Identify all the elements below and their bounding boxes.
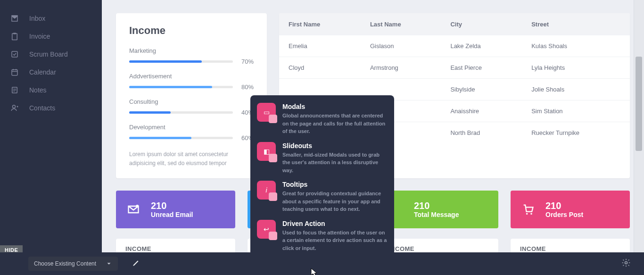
popup-item-desc: Smaller, mid-sized Modals used to grab t… <box>282 151 388 175</box>
tile-label: Total Message <box>414 211 459 218</box>
sidebar-item-contacts[interactable]: Contacts <box>0 99 102 117</box>
income-note: Lorem ipsum dolor sit amet consectetur a… <box>129 150 254 168</box>
sidebar-item-invoice[interactable]: Invoice <box>0 27 102 45</box>
edit-button[interactable] <box>132 258 140 269</box>
sidebar-item-scrum[interactable]: Scrum Board <box>0 45 102 63</box>
menu-item-tooltips[interactable]: i Tooltips Great for providing contextua… <box>257 181 388 213</box>
progress-item: Marketing 70% <box>129 47 254 65</box>
sidebar-item-label: Notes <box>29 86 47 94</box>
sidebar-item-calendar[interactable]: Calendar <box>0 63 102 81</box>
table-header[interactable]: First Name <box>279 13 361 35</box>
check-square-icon <box>10 50 19 58</box>
mail-icon <box>126 202 140 217</box>
progress-label: Consulting <box>129 98 254 105</box>
svg-point-10 <box>625 262 627 264</box>
tile-unread-email[interactable]: 210 Unread Email <box>116 191 235 228</box>
scrollbar-thumb[interactable] <box>636 57 642 151</box>
sidebar-item-inbox[interactable]: Inbox <box>0 9 102 27</box>
table-header[interactable]: Street <box>522 13 630 35</box>
tile-label: Unread Email <box>151 211 193 218</box>
progress-pct: 80% <box>239 83 254 91</box>
file-icon <box>10 86 19 94</box>
progress-label: Addvertisement <box>129 73 254 80</box>
progress-bar <box>129 137 233 139</box>
dropdown-label: Choose Existing Content <box>34 260 96 267</box>
menu-item-slideouts[interactable]: ◧ Slideouts Smaller, mid-sized Modals us… <box>257 142 388 175</box>
popup-item-title: Modals <box>282 103 388 110</box>
progress-bar <box>129 86 233 88</box>
sidebar-item-label: Invoice <box>29 33 50 40</box>
progress-pct: 70% <box>239 58 254 65</box>
table-row[interactable]: CloydArmstrongEast PierceLyla Heights <box>279 57 630 79</box>
gear-icon <box>621 258 631 267</box>
popup-item-desc: Great for providing contextual guidance … <box>282 190 388 213</box>
pencil-icon <box>132 258 140 267</box>
svg-rect-3 <box>12 70 17 75</box>
settings-button[interactable] <box>621 258 631 269</box>
tile-total-message[interactable]: 210 Total Message <box>379 191 498 228</box>
progress-label: Marketing <box>129 47 254 54</box>
sidebar-item-notes[interactable]: Notes <box>0 81 102 99</box>
clipboard-icon <box>10 32 19 41</box>
svg-point-6 <box>136 205 139 208</box>
user-plus-icon <box>10 104 19 112</box>
popup-item-title: Slideouts <box>282 142 388 150</box>
slideout-icon: ◧ <box>257 142 276 161</box>
modal-icon: ▭ <box>257 103 276 122</box>
chevron-down-icon <box>106 260 112 267</box>
menu-item-driven-action[interactable]: ↩ Driven Action Used to focus the attent… <box>257 220 388 252</box>
sidebar: Inbox Invoice Scrum Board Calendar Notes… <box>0 0 102 275</box>
popup-item-desc: Global announcements that are centered o… <box>282 112 388 135</box>
tile-number: 210 <box>545 200 583 211</box>
table-row[interactable]: EmeliaGislasonLake ZeldaKulas Shoals <box>279 35 630 57</box>
tile-number: 210 <box>414 200 459 211</box>
progress-item: Consulting 40% <box>129 98 254 116</box>
scrollbar-track[interactable] <box>634 0 644 275</box>
action-icon: ↩ <box>257 220 276 239</box>
income-title: Income <box>129 25 254 37</box>
calendar-icon <box>10 68 19 76</box>
progress-bar <box>129 111 233 114</box>
popup-item-title: Tooltips <box>282 181 388 188</box>
svg-point-5 <box>13 105 16 108</box>
income-card: Income Marketing 70% Addvertisement 80% <box>116 13 267 178</box>
svg-point-8 <box>530 213 532 215</box>
progress-bar <box>129 60 233 63</box>
cursor-icon <box>311 268 318 275</box>
tile-label: Orders Post <box>545 211 583 218</box>
progress-label: Development <box>129 124 254 131</box>
popup-item-desc: Used to focus the attention of the user … <box>282 229 388 252</box>
ui-pattern-menu: ▭ Modals Global announcements that are c… <box>250 95 394 262</box>
menu-item-modals[interactable]: ▭ Modals Global announcements that are c… <box>257 103 388 135</box>
svg-rect-0 <box>12 33 17 40</box>
svg-point-7 <box>526 213 528 215</box>
progress-item: Development 60% <box>129 124 254 142</box>
tile-number: 210 <box>151 200 193 211</box>
svg-rect-2 <box>12 51 17 57</box>
tooltip-icon: i <box>257 181 276 200</box>
popup-item-title: Driven Action <box>282 220 388 227</box>
sidebar-item-label: Inbox <box>29 15 45 22</box>
table-header[interactable]: City <box>441 13 522 35</box>
sidebar-item-label: Calendar <box>29 68 56 76</box>
table-header[interactable]: Last Name <box>361 13 441 35</box>
tile-orders-post[interactable]: 210 Orders Post <box>511 191 630 228</box>
choose-content-dropdown[interactable]: Choose Existing Content <box>28 257 118 271</box>
sidebar-item-label: Scrum Board <box>29 50 68 58</box>
sidebar-item-label: Contacts <box>29 104 55 112</box>
progress-item: Addvertisement 80% <box>129 73 254 91</box>
cart-icon <box>521 202 535 217</box>
svg-rect-1 <box>13 33 16 34</box>
mail-icon <box>10 14 19 23</box>
